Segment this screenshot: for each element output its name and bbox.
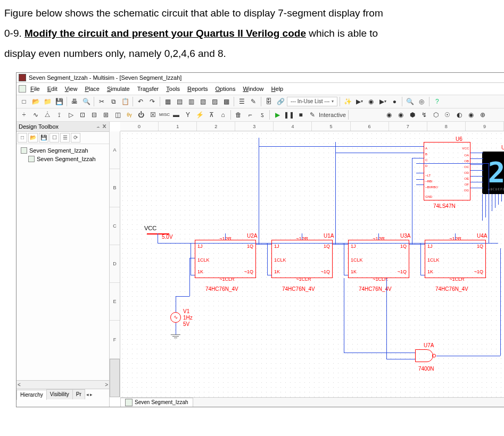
preview-icon[interactable]: 🔍	[81, 96, 92, 107]
cmos-icon[interactable]: ⊟	[89, 110, 100, 120]
mix-icon[interactable]: ◫	[112, 110, 123, 120]
database-icon[interactable]: 🗄	[263, 96, 274, 107]
panel-scroll[interactable]: <>	[16, 380, 109, 389]
misc2-icon[interactable]: ✎	[248, 96, 259, 107]
rf-icon[interactable]: ▬	[171, 110, 181, 120]
pt-view-icon[interactable]: ☐	[49, 133, 59, 142]
zoom-icon[interactable]: 🔍	[404, 96, 415, 107]
undo-icon[interactable]: ↶	[135, 96, 146, 107]
tab-hierarchy[interactable]: Hierarchy	[16, 390, 47, 400]
menu-edit[interactable]: Edit	[44, 84, 61, 94]
menu-options[interactable]: Options	[212, 84, 239, 94]
nand-u7a[interactable]	[415, 349, 433, 362]
save-icon[interactable]: 💾	[54, 96, 64, 107]
place1-icon[interactable]: ▶	[354, 96, 365, 107]
panel-pin-icon[interactable]: ⫠ ✕	[96, 123, 107, 130]
inst7-icon[interactable]: ◐	[454, 110, 465, 120]
menu-view[interactable]: View	[62, 84, 81, 94]
grid1-icon[interactable]: ▦	[162, 96, 173, 107]
open-icon[interactable]: 📂	[30, 96, 41, 107]
seven-seg-display[interactable]: 2 ABCDEFG	[482, 152, 504, 194]
in-use-list[interactable]: --- In-Use List ---	[287, 97, 337, 106]
paste-icon[interactable]: 📋	[120, 96, 130, 107]
new-icon[interactable]: □	[19, 96, 29, 107]
file-tab-active[interactable]: Seven Segment_Izzah	[120, 398, 193, 407]
power-icon[interactable]: ⏻	[136, 110, 146, 120]
pt-list-icon[interactable]: ☰	[60, 133, 70, 142]
ff-u2a[interactable]: 1J 1CLK 1K 1Q ~1Q ~1PR ~1CLR	[195, 240, 256, 278]
pause-icon[interactable]: ❚❚	[284, 110, 294, 120]
menu-help[interactable]: Help	[268, 84, 287, 94]
trans-icon[interactable]: ⟟	[54, 110, 64, 120]
grid4-icon[interactable]: ▧	[197, 96, 208, 107]
pt-refresh-icon[interactable]: ⟳	[71, 133, 80, 142]
cut-icon[interactable]: ✂	[96, 96, 107, 107]
menu-window[interactable]: Window	[239, 84, 267, 94]
tab-arrows[interactable]: ◂▸	[85, 389, 94, 399]
misc1-icon[interactable]: ☰	[236, 96, 247, 107]
res-icon[interactable]: ∿	[30, 110, 41, 120]
place4-icon[interactable]: ●	[389, 96, 400, 107]
ind-icon[interactable]: θγ	[124, 110, 135, 120]
tab-visibility[interactable]: Visibility	[46, 389, 73, 399]
diode-icon[interactable]: ⧊	[42, 110, 53, 120]
ni-icon[interactable]: ⚡	[194, 110, 205, 120]
probe-icon[interactable]: ✎	[307, 110, 318, 120]
ff-u4a[interactable]: 1J 1CLK 1K 1Q ~1Q ~1PR ~1CLR	[425, 240, 486, 278]
clock-source[interactable]: ∿	[170, 312, 181, 323]
bus-icon[interactable]: ऽ	[257, 110, 267, 120]
print-icon[interactable]: 🖶	[69, 96, 80, 107]
pt-open-icon[interactable]: 📂	[28, 133, 38, 142]
grid6-icon[interactable]: ▩	[221, 96, 232, 107]
design-tree[interactable]: Seven Segment_Izzah Seven Segment_Izzah	[16, 144, 109, 165]
ground-symbol[interactable]	[171, 334, 180, 338]
inst6-icon[interactable]: ☉	[442, 110, 453, 120]
menu-bar[interactable]: File Edit View Place Simulate Transfer T…	[16, 83, 504, 95]
hier-icon[interactable]: ⌐	[245, 110, 255, 120]
run-icon[interactable]: ▶	[272, 110, 283, 120]
source-icon[interactable]: ÷	[19, 110, 29, 120]
inst2-icon[interactable]: ◉	[395, 110, 406, 120]
menu-file[interactable]: File	[27, 84, 43, 94]
place3-icon[interactable]: ▶	[377, 96, 388, 107]
inst4-icon[interactable]: ↯	[419, 110, 429, 120]
mcu-icon[interactable]: ⌂	[218, 110, 228, 120]
ff-u3a[interactable]: 1J 1CLK 1K 1Q ~1Q ~1PR ~1CLR	[348, 240, 409, 278]
inst8-icon[interactable]: ◉	[466, 110, 476, 120]
trash-icon[interactable]: 🗑	[233, 110, 244, 120]
misc3-icon[interactable]: ☒	[147, 110, 158, 120]
menu-tools[interactable]: Tools	[163, 84, 183, 94]
tree-child[interactable]: Seven Segment_Izzah	[20, 155, 108, 163]
target-icon[interactable]: ◎	[416, 96, 427, 107]
tab-pr[interactable]: Pr	[72, 389, 85, 399]
em-icon[interactable]: Y	[183, 110, 193, 120]
opamp-icon[interactable]: ▷	[65, 110, 76, 120]
grid5-icon[interactable]: ▨	[209, 96, 220, 107]
decoder-u6[interactable]: A B C D ~LT ~RBI ~BI/RBO GND VCC OA OB O…	[424, 142, 470, 200]
inst9-icon[interactable]: ⊕	[477, 110, 488, 120]
inst3-icon[interactable]: ⬢	[407, 110, 418, 120]
ttl-icon[interactable]: ⊡	[77, 110, 88, 120]
pt-new-icon[interactable]: □	[18, 133, 27, 142]
inst5-icon[interactable]: ⬡	[431, 110, 441, 120]
misc4-icon[interactable]: MISC	[159, 110, 170, 120]
schematic-canvas[interactable]: VCC 5.0V U6 A B C D ~LT ~RBI ~BI/RBO GND…	[120, 131, 504, 397]
redo-icon[interactable]: ↷	[147, 96, 158, 107]
inst1-icon[interactable]: ◉	[384, 110, 394, 120]
grid3-icon[interactable]: ▥	[186, 96, 196, 107]
menu-reports[interactable]: Reports	[184, 84, 211, 94]
menu-simulate[interactable]: Simulate	[104, 84, 133, 94]
dig-icon[interactable]: ⊞	[101, 110, 111, 120]
conn-icon[interactable]: ⊼	[206, 110, 217, 120]
vscroll-thumb[interactable]	[110, 359, 120, 397]
menu-place[interactable]: Place	[81, 84, 103, 94]
pt-save-icon[interactable]: 💾	[39, 133, 48, 142]
copy-icon[interactable]: ⧉	[108, 96, 119, 107]
help-icon[interactable]: ?	[432, 96, 442, 107]
wand-icon[interactable]: ✨	[342, 96, 353, 107]
link-icon[interactable]: 🔗	[275, 96, 286, 107]
menu-transfer[interactable]: Transfer	[134, 84, 162, 94]
grid2-icon[interactable]: ▤	[174, 96, 185, 107]
tree-root[interactable]: Seven Segment_Izzah	[20, 146, 108, 155]
ff-u1a[interactable]: 1J 1CLK 1K 1Q ~1Q ~1PR ~1CLR	[271, 240, 333, 278]
